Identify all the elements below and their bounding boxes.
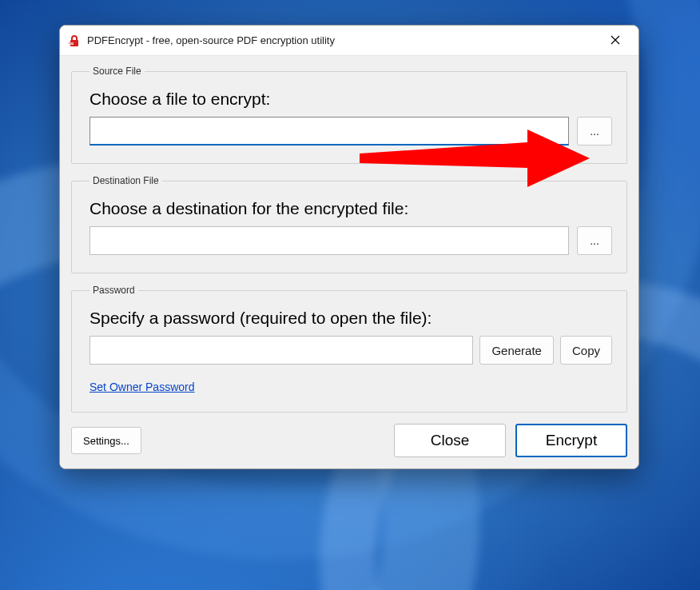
source-file-group: Source File Choose a file to encrypt: ..…: [71, 66, 627, 164]
set-owner-password-link[interactable]: Set Owner Password: [89, 381, 195, 393]
window-title: PDFEncrypt - free, open-source PDF encry…: [87, 34, 597, 46]
password-legend: Password: [89, 285, 138, 296]
encrypt-button[interactable]: Encrypt: [515, 424, 627, 457]
destination-file-prompt: Choose a destination for the encrypted f…: [89, 199, 612, 218]
generate-password-button[interactable]: Generate: [479, 336, 554, 365]
titlebar[interactable]: PDF PDFEncrypt - free, open-source PDF e…: [60, 26, 638, 56]
settings-button[interactable]: Settings...: [71, 427, 141, 454]
close-button[interactable]: Close: [394, 424, 506, 457]
client-area: Source File Choose a file to encrypt: ..…: [60, 56, 638, 468]
close-icon: [611, 34, 620, 47]
destination-file-group: Destination File Choose a destination fo…: [71, 175, 627, 273]
destination-file-browse-button[interactable]: ...: [577, 226, 612, 255]
destination-file-legend: Destination File: [89, 175, 162, 186]
password-input[interactable]: [89, 336, 473, 365]
source-file-prompt: Choose a file to encrypt:: [89, 90, 612, 109]
svg-text:PDF: PDF: [69, 42, 74, 46]
bottom-button-bar: Settings... Close Encrypt: [71, 424, 627, 457]
copy-password-button[interactable]: Copy: [560, 336, 612, 365]
app-lock-icon: PDF: [68, 34, 81, 47]
app-window: PDF PDFEncrypt - free, open-source PDF e…: [59, 25, 639, 469]
password-prompt: Specify a password (required to open the…: [89, 309, 612, 328]
source-file-input[interactable]: [89, 117, 569, 146]
password-group: Password Specify a password (required to…: [71, 285, 627, 413]
source-file-browse-button[interactable]: ...: [577, 117, 612, 146]
destination-file-input[interactable]: [89, 226, 569, 255]
window-close-button[interactable]: [597, 28, 634, 54]
source-file-legend: Source File: [89, 66, 145, 77]
